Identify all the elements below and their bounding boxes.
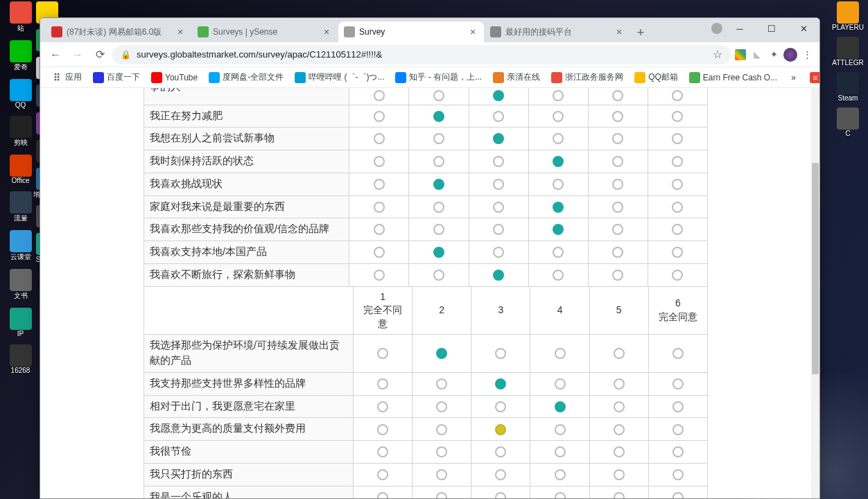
desktop-icon[interactable]: 16268	[1, 343, 40, 378]
radio-option[interactable]	[495, 469, 506, 480]
radio-option[interactable]	[672, 424, 684, 435]
radio-option[interactable]	[672, 348, 684, 359]
extension-icon-1[interactable]	[734, 48, 747, 62]
radio-option[interactable]	[374, 224, 385, 235]
radio-option[interactable]	[614, 492, 625, 498]
browser-tab[interactable]: Survey×	[338, 21, 484, 42]
radio-option[interactable]	[377, 446, 388, 457]
bookmark-item[interactable]: 知乎 - 有问题，上...	[391, 69, 486, 86]
radio-option[interactable]	[493, 270, 504, 281]
desktop-icon[interactable]: PLAYERU	[828, 0, 868, 35]
radio-option[interactable]	[493, 90, 504, 101]
apps-button[interactable]: ⠿ 应用	[47, 69, 86, 86]
radio-option[interactable]	[553, 90, 564, 101]
radio-option[interactable]	[377, 469, 388, 480]
radio-option[interactable]	[493, 247, 504, 258]
radio-option[interactable]	[612, 224, 623, 235]
bookmark-item[interactable]: 亲清在线	[489, 69, 544, 86]
tab-close-icon[interactable]: ×	[321, 26, 332, 37]
radio-option[interactable]	[612, 133, 623, 144]
radio-option[interactable]	[433, 224, 444, 235]
radio-option[interactable]	[553, 111, 564, 122]
radio-option[interactable]	[436, 348, 447, 359]
radio-option[interactable]	[614, 378, 625, 389]
browser-tab[interactable]: (87封未读) 网易邮箱6.0版×	[46, 21, 191, 42]
radio-option[interactable]	[672, 469, 684, 480]
desktop-icon[interactable]: C	[828, 106, 868, 141]
radio-option[interactable]	[377, 401, 388, 412]
radio-option[interactable]	[377, 348, 388, 359]
browser-tab[interactable]: 最好用的接码平台×	[485, 21, 630, 42]
tab-strip-ext-icon[interactable]	[711, 23, 722, 34]
radio-option[interactable]	[555, 378, 566, 389]
radio-option[interactable]	[612, 247, 623, 258]
radio-option[interactable]	[614, 348, 625, 359]
bookmark-item[interactable]: YouTube	[147, 69, 202, 86]
url-box[interactable]: 🔒 surveys.globaltestmarket.com/survey/ap…	[112, 45, 731, 64]
radio-option[interactable]	[436, 424, 447, 435]
radio-option[interactable]	[433, 111, 444, 122]
close-window-button[interactable]: ✕	[788, 18, 819, 39]
new-tab-button[interactable]: +	[631, 23, 650, 42]
radio-option[interactable]	[672, 111, 683, 122]
radio-option[interactable]	[672, 492, 684, 498]
radio-option[interactable]	[672, 179, 683, 190]
radio-option[interactable]	[672, 90, 683, 101]
radio-option[interactable]	[614, 469, 625, 480]
radio-option[interactable]	[433, 247, 444, 258]
radio-option[interactable]	[555, 401, 566, 412]
radio-option[interactable]	[495, 378, 506, 389]
radio-option[interactable]	[433, 90, 444, 101]
radio-option[interactable]	[672, 247, 683, 258]
radio-option[interactable]	[555, 469, 566, 480]
tab-close-icon[interactable]: ×	[614, 26, 625, 37]
desktop-icon[interactable]: ATTLEGR	[828, 35, 868, 71]
radio-option[interactable]	[612, 111, 623, 122]
radio-option[interactable]	[374, 179, 385, 190]
reading-list-button[interactable]: ≡ 阅读清单	[806, 69, 820, 86]
radio-option[interactable]	[374, 156, 385, 167]
radio-option[interactable]	[433, 179, 444, 190]
radio-option[interactable]	[672, 378, 684, 389]
bookmark-item[interactable]: 度网盘-全部文件	[205, 69, 288, 86]
radio-option[interactable]	[614, 401, 625, 412]
desktop-icon[interactable]: IP	[1, 306, 40, 342]
radio-option[interactable]	[493, 202, 504, 213]
radio-option[interactable]	[374, 270, 385, 281]
forward-button[interactable]: →	[68, 45, 87, 64]
maximize-button[interactable]: ☐	[756, 18, 788, 39]
bookmarks-overflow[interactable]: »	[787, 70, 800, 85]
radio-option[interactable]	[672, 133, 683, 144]
radio-option[interactable]	[612, 179, 623, 190]
radio-option[interactable]	[495, 492, 506, 498]
profile-avatar[interactable]	[783, 48, 797, 62]
radio-option[interactable]	[672, 401, 684, 412]
bookmark-item[interactable]: 百度一下	[89, 69, 144, 86]
radio-option[interactable]	[553, 202, 564, 213]
radio-option[interactable]	[495, 348, 506, 359]
radio-option[interactable]	[493, 156, 504, 167]
radio-option[interactable]	[672, 156, 683, 167]
radio-option[interactable]	[377, 378, 388, 389]
radio-option[interactable]	[374, 111, 385, 122]
radio-option[interactable]	[433, 133, 444, 144]
radio-option[interactable]	[374, 247, 385, 258]
radio-option[interactable]	[555, 348, 566, 359]
radio-option[interactable]	[612, 270, 623, 281]
radio-option[interactable]	[555, 446, 566, 457]
radio-option[interactable]	[553, 156, 564, 167]
radio-option[interactable]	[553, 224, 564, 235]
radio-option[interactable]	[555, 424, 566, 435]
radio-option[interactable]	[553, 270, 564, 281]
extension-icon-2[interactable]: ◣	[750, 48, 764, 62]
minimize-button[interactable]: ─	[724, 18, 756, 39]
radio-option[interactable]	[614, 424, 625, 435]
radio-option[interactable]	[436, 378, 447, 389]
radio-option[interactable]	[555, 492, 566, 498]
radio-option[interactable]	[553, 247, 564, 258]
bookmark-item[interactable]: QQ邮箱	[630, 69, 682, 86]
radio-option[interactable]	[495, 446, 506, 457]
radio-option[interactable]	[553, 133, 564, 144]
bookmark-item[interactable]: Earn Free Cash O...	[685, 69, 781, 86]
radio-option[interactable]	[612, 202, 623, 213]
